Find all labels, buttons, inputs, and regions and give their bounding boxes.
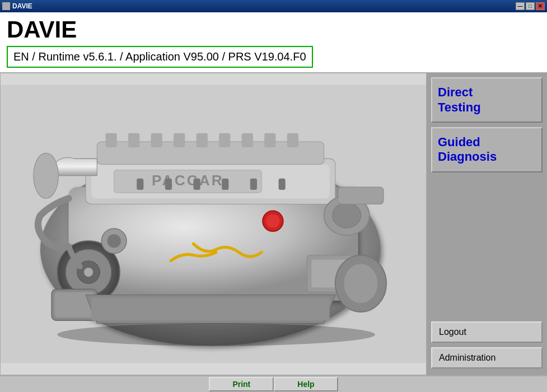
title-bar-controls[interactable]: — □ ✕ bbox=[516, 2, 545, 10]
title-bar-left: DAVIE bbox=[2, 2, 32, 10]
svg-point-21 bbox=[84, 268, 93, 277]
sidebar-bottom: Logout Administration bbox=[431, 321, 543, 371]
svg-text:PACCAR: PACCAR bbox=[152, 172, 224, 189]
svg-rect-35 bbox=[222, 179, 228, 190]
svg-point-17 bbox=[34, 153, 59, 198]
svg-rect-8 bbox=[105, 133, 116, 147]
svg-point-41 bbox=[344, 264, 378, 304]
svg-point-31 bbox=[266, 214, 279, 228]
svg-rect-26 bbox=[91, 298, 330, 321]
close-button[interactable]: ✕ bbox=[536, 2, 545, 10]
version-text: EN / Runtime v5.6.1. / Application V95.0… bbox=[13, 50, 306, 63]
sidebar-top: Direct Testing Guided Diagnosis bbox=[431, 77, 543, 317]
svg-point-23 bbox=[107, 234, 121, 248]
svg-rect-37 bbox=[279, 179, 286, 190]
svg-rect-12 bbox=[197, 133, 208, 147]
guided-diagnosis-label: Guided Diagnosis bbox=[438, 135, 497, 165]
app-title: DAVIE bbox=[7, 17, 540, 43]
engine-svg: PACCAR bbox=[1, 73, 426, 375]
svg-rect-10 bbox=[151, 133, 162, 147]
maximize-button[interactable]: □ bbox=[526, 2, 535, 10]
app-window: DAVIE EN / Runtime v5.6.1. / Application… bbox=[0, 12, 547, 392]
administration-label: Administration bbox=[439, 353, 495, 363]
svg-rect-15 bbox=[264, 133, 275, 147]
logout-button[interactable]: Logout bbox=[431, 321, 543, 343]
logout-label: Logout bbox=[439, 327, 466, 337]
svg-point-28 bbox=[333, 203, 361, 228]
print-button[interactable]: Print bbox=[209, 377, 274, 391]
engine-area: PACCAR bbox=[0, 73, 427, 375]
administration-button[interactable]: Administration bbox=[431, 347, 543, 368]
app-icon bbox=[2, 2, 10, 10]
sidebar-spacer bbox=[431, 177, 543, 317]
svg-rect-36 bbox=[250, 179, 257, 190]
direct-testing-button[interactable]: Direct Testing bbox=[431, 77, 543, 123]
guided-diagnosis-button[interactable]: Guided Diagnosis bbox=[431, 127, 543, 172]
header: DAVIE EN / Runtime v5.6.1. / Application… bbox=[0, 12, 547, 73]
print-label: Print bbox=[232, 380, 250, 389]
svg-rect-11 bbox=[174, 133, 185, 147]
svg-rect-33 bbox=[165, 179, 172, 190]
svg-rect-32 bbox=[137, 179, 143, 190]
svg-rect-14 bbox=[242, 133, 253, 147]
minimize-button[interactable]: — bbox=[516, 2, 525, 10]
help-label: Help bbox=[297, 380, 314, 389]
direct-testing-label: Direct Testing bbox=[438, 85, 481, 115]
bottom-bar: Print Help bbox=[0, 375, 547, 392]
svg-rect-34 bbox=[194, 179, 200, 190]
svg-rect-13 bbox=[219, 133, 230, 147]
version-bar: EN / Runtime v5.6.1. / Application V95.0… bbox=[7, 46, 313, 68]
svg-rect-9 bbox=[128, 133, 139, 147]
svg-rect-16 bbox=[287, 133, 298, 147]
svg-point-42 bbox=[57, 323, 375, 346]
title-bar: DAVIE — □ ✕ bbox=[0, 0, 547, 12]
title-bar-text: DAVIE bbox=[12, 2, 32, 10]
content-area: PACCAR bbox=[0, 73, 547, 375]
sidebar: Direct Testing Guided Diagnosis Logout bbox=[427, 73, 547, 375]
help-button[interactable]: Help bbox=[274, 377, 338, 391]
svg-rect-29 bbox=[338, 187, 384, 204]
